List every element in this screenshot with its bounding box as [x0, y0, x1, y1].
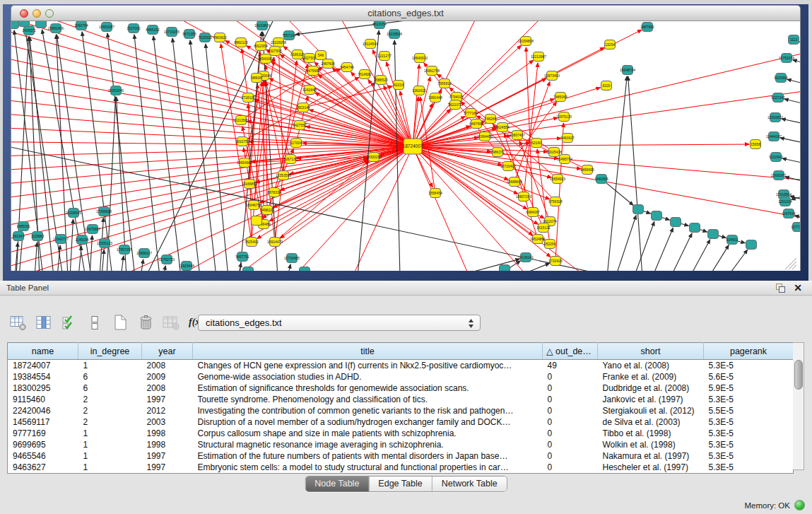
delete-icon[interactable] [136, 313, 155, 332]
network-canvas[interactable]: 1872400714055722089140620937941065328715… [11, 21, 801, 271]
table-cell[interactable]: 0 [543, 428, 598, 439]
table-cell[interactable]: 5.3E-5 [704, 394, 794, 405]
graph-node[interactable] [708, 230, 719, 239]
graph-node[interactable] [746, 240, 757, 250]
table-cell[interactable]: 18724007 [8, 360, 78, 372]
table-cell[interactable]: 9699695 [8, 439, 78, 450]
table-cell[interactable]: 1 [78, 462, 142, 474]
table-row[interactable]: 1938455462009Genome-wide association stu… [8, 371, 794, 382]
table-cell[interactable]: Wolkin et al. (1998) [598, 439, 704, 450]
table-cell[interactable]: Estimation of the future numbers of pati… [193, 450, 543, 462]
table-cell[interactable]: 5.9E-5 [704, 382, 794, 394]
table-row[interactable]: 946362711997Embryonic stem cells: a mode… [8, 462, 794, 474]
table-cell[interactable]: Corpus callosum shape and size in male p… [193, 428, 543, 439]
table-cell[interactable]: 0 [543, 382, 598, 394]
table-row[interactable]: 946554611997Estimation of the future num… [8, 450, 794, 462]
table-row[interactable]: 1830029562008Estimation of significance … [8, 382, 794, 394]
resize-grip-icon[interactable] [785, 258, 796, 269]
table-row[interactable]: 969969511998Structural magnetic resonanc… [8, 439, 794, 450]
close-panel-icon[interactable]: ✕ [794, 281, 802, 296]
graph-node[interactable] [671, 218, 681, 227]
table-cell[interactable]: 0 [543, 439, 598, 450]
table-cell[interactable]: 9465546 [8, 450, 78, 462]
table-cell[interactable]: 5.3E-5 [704, 428, 794, 439]
window-titlebar[interactable]: citations_edges.txt [11, 5, 801, 21]
table-cell[interactable]: Franke et al. (2009) [598, 371, 704, 382]
zoom-traffic-light-icon[interactable] [45, 9, 54, 18]
graph-node[interactable] [652, 211, 662, 221]
graph-node[interactable] [690, 223, 700, 233]
column-header-short[interactable]: short [598, 343, 704, 360]
float-panel-icon[interactable] [776, 284, 785, 293]
table-cell[interactable]: 1997 [142, 450, 193, 462]
column-header-pagerank[interactable]: pagerank [704, 343, 794, 360]
table-row[interactable]: 1456911722003Disruption of a novel membe… [8, 416, 794, 428]
table-cell[interactable]: 5.5E-5 [704, 405, 794, 416]
table-cell[interactable]: 5.6E-5 [704, 371, 794, 382]
minimize-traffic-light-icon[interactable] [33, 9, 41, 18]
table-scrollbar[interactable] [793, 342, 804, 470]
table-cell[interactable]: 49 [543, 360, 598, 372]
table-cell[interactable]: Hescheler et al. (1997) [598, 462, 704, 474]
tab-node-table[interactable]: Node Table [305, 477, 368, 491]
table-selector-dropdown[interactable]: citations_edges.txt [198, 315, 481, 331]
column-header-out_de[interactable]: △ out_de… [543, 343, 598, 360]
new-file-icon[interactable] [110, 313, 129, 332]
table-cell[interactable]: 9463627 [8, 462, 78, 474]
column-header-name[interactable]: name [8, 343, 78, 360]
graph-node[interactable] [500, 265, 510, 271]
graph-svg[interactable]: 1872400714055722089140620937941065328715… [11, 21, 801, 271]
table-cell[interactable]: Yano et al. (2008) [598, 360, 704, 372]
table-cell[interactable]: 1998 [142, 428, 193, 439]
table-cell[interactable]: 9115460 [8, 394, 78, 405]
row-select-icon[interactable] [59, 313, 78, 332]
table-cell[interactable]: 2009 [142, 371, 193, 382]
table-cell[interactable]: Estimation of significance thresholds fo… [193, 382, 543, 394]
graph-node[interactable] [252, 216, 262, 226]
graph-node[interactable] [243, 267, 254, 271]
column-header-in_degree[interactable]: in_degree [78, 343, 142, 360]
table-row[interactable]: 911546021997Tourette syndrome. Phenomeno… [8, 394, 794, 405]
table-cell[interactable]: 0 [543, 450, 598, 462]
table-cell[interactable]: 2008 [142, 382, 193, 394]
table-row[interactable]: 1872400712008Changes of HCN gene express… [8, 360, 794, 372]
graph-node[interactable] [36, 21, 47, 28]
graph-node[interactable] [633, 205, 644, 214]
table-cell[interactable]: 6 [78, 382, 142, 394]
table-cell[interactable]: 2012 [142, 405, 193, 416]
table-cell[interactable]: 19384554 [8, 371, 78, 382]
table-cell[interactable]: 2 [78, 394, 142, 405]
table-cell[interactable]: Nakamura et al. (1997) [598, 450, 704, 462]
table-row[interactable]: 2242004622012Investigating the contribut… [8, 405, 794, 416]
table-cell[interactable]: Investigating the contribution of common… [193, 405, 543, 416]
graph-node[interactable] [300, 267, 310, 271]
column-header-year[interactable]: year [142, 343, 193, 360]
table-cell[interactable]: Embryonic stem cells: a model to study s… [193, 462, 543, 474]
table-cell[interactable]: 0 [543, 405, 598, 416]
table-cell[interactable]: de Silva et al. (2003) [598, 416, 704, 428]
table-row[interactable]: 977716911998Corpus callosum shape and si… [8, 428, 794, 439]
table-cell[interactable]: Changes of HCN gene expression and I(f) … [193, 360, 543, 372]
table-cell[interactable]: 22420046 [8, 405, 78, 416]
scrollbar-thumb[interactable] [794, 360, 803, 390]
table-cell[interactable]: 1997 [142, 462, 193, 474]
table-cell[interactable]: 2008 [142, 360, 193, 372]
table-cell[interactable]: 2 [78, 416, 142, 428]
graph-node[interactable] [19, 21, 30, 27]
table-cell[interactable]: 18300295 [8, 382, 78, 394]
table-cell[interactable]: Structural magnetic resonance image aver… [193, 439, 543, 450]
table-cell[interactable]: Jankovic et al. (1997) [598, 394, 704, 405]
table-cell[interactable]: Tourette syndrome. Phenomenology and cla… [193, 394, 543, 405]
graph-node[interactable] [11, 21, 19, 29]
table-cell[interactable]: 1 [78, 450, 142, 462]
table-cell[interactable]: 5.3E-5 [704, 439, 794, 450]
table-cell[interactable]: 6 [78, 371, 142, 382]
table-cell[interactable]: 0 [543, 371, 598, 382]
table-cell[interactable]: 1 [78, 439, 142, 450]
column-header-title[interactable]: title [193, 343, 543, 360]
close-traffic-light-icon[interactable] [20, 9, 28, 18]
table-cell[interactable]: 14569117 [8, 416, 78, 428]
split-view-icon[interactable] [85, 313, 104, 332]
tab-edge-table[interactable]: Edge Table [368, 477, 431, 491]
table-settings-icon[interactable] [8, 313, 28, 332]
